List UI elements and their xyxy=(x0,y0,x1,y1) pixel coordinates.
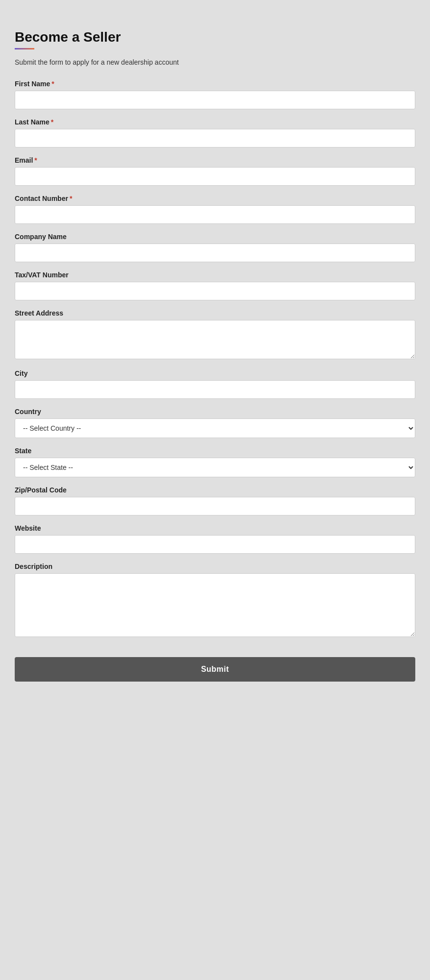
page-subtitle: Submit the form to apply for a new deale… xyxy=(15,58,415,66)
email-required-star: * xyxy=(34,156,37,164)
state-select[interactable]: -- Select State -- xyxy=(15,458,415,477)
first-name-group: First Name* xyxy=(15,80,415,109)
last-name-required-star: * xyxy=(51,118,53,126)
city-label: City xyxy=(15,369,415,377)
tax-vat-label: Tax/VAT Number xyxy=(15,271,415,279)
contact-number-label: Contact Number* xyxy=(15,195,415,202)
zip-postal-group: Zip/Postal Code xyxy=(15,486,415,515)
email-input[interactable] xyxy=(15,167,415,186)
contact-number-input[interactable] xyxy=(15,205,415,224)
zip-postal-input[interactable] xyxy=(15,497,415,515)
email-label: Email* xyxy=(15,156,415,164)
last-name-input[interactable] xyxy=(15,129,415,147)
zip-postal-label: Zip/Postal Code xyxy=(15,486,415,494)
page-container: Become a Seller Submit the form to apply… xyxy=(0,0,430,711)
country-select[interactable]: -- Select Country -- xyxy=(15,418,415,438)
page-title: Become a Seller xyxy=(15,29,415,45)
country-label: Country xyxy=(15,408,415,416)
contact-number-group: Contact Number* xyxy=(15,195,415,224)
state-group: State -- Select State -- xyxy=(15,447,415,477)
first-name-label: First Name* xyxy=(15,80,415,88)
company-name-label: Company Name xyxy=(15,233,415,241)
street-address-input[interactable] xyxy=(15,320,415,359)
description-input[interactable] xyxy=(15,573,415,637)
first-name-required-star: * xyxy=(51,80,54,88)
company-name-input[interactable] xyxy=(15,244,415,262)
title-underline xyxy=(15,48,34,49)
tax-vat-group: Tax/VAT Number xyxy=(15,271,415,300)
contact-number-required-star: * xyxy=(70,195,72,202)
email-group: Email* xyxy=(15,156,415,186)
street-address-label: Street Address xyxy=(15,309,415,317)
city-group: City xyxy=(15,369,415,399)
street-address-group: Street Address xyxy=(15,309,415,361)
description-group: Description xyxy=(15,563,415,638)
last-name-group: Last Name* xyxy=(15,118,415,147)
country-group: Country -- Select Country -- xyxy=(15,408,415,438)
description-label: Description xyxy=(15,563,415,570)
submit-button[interactable]: Submit xyxy=(15,657,415,682)
first-name-input[interactable] xyxy=(15,91,415,109)
website-group: Website xyxy=(15,524,415,554)
website-input[interactable] xyxy=(15,535,415,554)
tax-vat-input[interactable] xyxy=(15,282,415,300)
company-name-group: Company Name xyxy=(15,233,415,262)
become-seller-form: First Name* Last Name* Email* Contact Nu… xyxy=(15,80,415,682)
city-input[interactable] xyxy=(15,380,415,399)
state-label: State xyxy=(15,447,415,455)
website-label: Website xyxy=(15,524,415,532)
last-name-label: Last Name* xyxy=(15,118,415,126)
